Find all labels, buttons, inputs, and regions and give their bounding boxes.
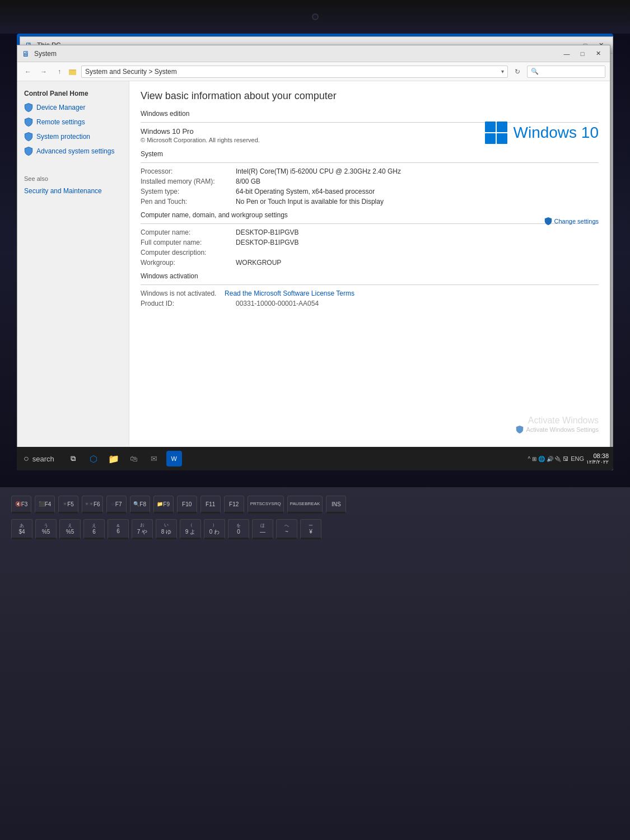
edge-browser-icon[interactable]: ⬡ — [86, 451, 101, 466]
key-ins[interactable]: INS — [326, 496, 346, 514]
app-icon-blue[interactable]: W — [166, 451, 182, 466]
close-button[interactable]: ✕ — [591, 48, 605, 59]
processor-value: Intel(R) Core(TM) i5-6200U CPU @ 2.30GHz… — [236, 167, 599, 175]
sidebar-item-system-protection[interactable]: System protection — [17, 129, 129, 144]
control-panel-home[interactable]: Control Panel Home — [17, 87, 129, 100]
minimize-button[interactable]: — — [559, 48, 574, 59]
logo-quad-bl — [485, 133, 496, 144]
forward-button[interactable]: → — [38, 66, 50, 78]
taskbar-search-text: search — [32, 455, 54, 463]
content-area: Control Panel Home Device Manager — [17, 81, 610, 467]
key-f8[interactable]: 🔍F8 — [130, 496, 150, 514]
back-button[interactable]: ← — [22, 66, 34, 78]
key-7[interactable]: い8 ゆ — [156, 519, 177, 539]
key-f12[interactable]: F12 — [224, 496, 244, 514]
system-window: 🖥 System — □ ✕ ← → ↑ — [17, 45, 610, 468]
workgroup-value: WORKGROUP — [236, 259, 599, 267]
system-type-value: 64-bit Operating System, x64-based proce… — [236, 188, 599, 195]
device-manager-label: Device Manager — [36, 104, 85, 111]
windows-edition-section: Windows edition Windows 10 — [141, 110, 599, 143]
task-view-button[interactable]: ⧉ — [66, 451, 81, 466]
activate-windows-sub: Activate Windows Settings — [516, 426, 599, 433]
sidebar-item-security-maintenance[interactable]: Security and Maintenance — [17, 184, 129, 198]
full-computer-name-row: Full computer name: DESKTOP-B1IPGVB — [141, 239, 599, 246]
change-settings-link[interactable]: Change settings — [544, 217, 599, 225]
search-icon: 🔍 — [531, 68, 539, 75]
screen-frame — [0, 0, 630, 34]
up-button[interactable]: ↑ — [53, 66, 66, 78]
computer-name-section: Computer name, domain, and workgroup set… — [141, 211, 599, 267]
sidebar-item-advanced-settings[interactable]: Advanced system settings — [17, 144, 129, 158]
time-display: 08:38 — [586, 452, 609, 459]
key-4[interactable]: え6 — [83, 519, 105, 539]
svg-rect-1 — [69, 71, 76, 75]
computer-name-label: Computer name: — [141, 228, 236, 236]
key-f9[interactable]: 📁F9 — [153, 496, 174, 514]
key-f3[interactable]: 🔇F3 — [11, 496, 31, 514]
shield-icon-device — [24, 103, 33, 112]
key-0[interactable]: を0 — [228, 519, 249, 539]
change-settings-text: Change settings — [554, 218, 599, 225]
see-also-header: See also — [17, 170, 129, 184]
sidebar-item-remote-settings[interactable]: Remote settings — [17, 115, 129, 129]
key-minus[interactable]: ほ— — [252, 519, 273, 539]
key-yen[interactable]: ー¥ — [300, 519, 321, 539]
pen-touch-value: No Pen or Touch Input is available for t… — [236, 198, 599, 206]
key-3[interactable]: え%5 — [59, 519, 81, 539]
search-box[interactable]: 🔍 — [527, 66, 605, 78]
maximize-button[interactable]: □ — [575, 48, 590, 59]
taskbar-search[interactable]: ○ search — [17, 454, 61, 464]
number-key-row: あ$4 う%5 え%5 え6 &6 お7 や い8 ゆ （9 よ ）0 わ を0… — [0, 519, 630, 539]
key-equal[interactable]: へ~ — [276, 519, 297, 539]
key-5[interactable]: &6 — [108, 519, 129, 539]
key-pause[interactable]: PAUSEBREAK — [287, 496, 323, 514]
key-prtsc[interactable]: PRTSCSYSRQ — [248, 496, 284, 514]
key-2[interactable]: う%5 — [35, 519, 57, 539]
path-text: System and Security > System — [85, 68, 177, 76]
computer-name-value: DESKTOP-B1IPGVB — [236, 228, 599, 236]
key-f7[interactable]: ☆F7 — [106, 496, 127, 514]
system-section: System Processor: Intel(R) Core(TM) i5-6… — [141, 150, 599, 206]
key-f6[interactable]: ☀☀F6 — [82, 496, 103, 514]
mail-icon[interactable]: ✉ — [146, 451, 162, 466]
logo-quad-br — [497, 133, 507, 144]
processor-label: Processor: — [141, 167, 236, 175]
activation-link[interactable]: Read the Microsoft Software License Term… — [225, 290, 354, 297]
address-bar: ← → ↑ System and Security > System ▾ ↻ — [17, 62, 610, 81]
windows10-brand: Windows 10 — [485, 122, 599, 144]
key-f4[interactable]: ⬛F4 — [35, 496, 55, 514]
search-circle-icon: ○ — [24, 454, 29, 464]
store-icon[interactable]: 🛍 — [126, 451, 142, 466]
computer-desc-value — [236, 249, 599, 256]
processor-row: Processor: Intel(R) Core(TM) i5-6200U CP… — [141, 167, 599, 175]
system-window-icon: 🖥 — [22, 49, 31, 58]
key-f11[interactable]: F11 — [200, 496, 221, 514]
refresh-button[interactable]: ↻ — [511, 66, 524, 78]
activate-shield-icon — [516, 426, 524, 433]
key-f10[interactable]: F10 — [177, 496, 197, 514]
address-path[interactable]: System and Security > System ▾ — [81, 66, 508, 78]
shield-icon-advanced — [24, 147, 33, 156]
taskbar-right: ^ ⊞ 🌐 🔊 🔌 🖫 ENG 08:38 ١٢/٣/٢٠٢٢ — [524, 452, 613, 465]
file-explorer-icon[interactable]: 📁 — [106, 451, 122, 466]
system-divider — [141, 162, 599, 163]
change-settings-shield-icon — [544, 217, 552, 225]
remote-settings-label: Remote settings — [36, 118, 85, 126]
date-display: ١٢/٣/٢٠٢٢ — [586, 459, 609, 465]
sidebar-item-device-manager[interactable]: Device Manager — [17, 100, 129, 115]
key-8[interactable]: （9 よ — [180, 519, 201, 539]
ram-label: Installed memory (RAM): — [141, 178, 236, 185]
key-6[interactable]: お7 や — [132, 519, 153, 539]
activation-section: Windows activation Windows is not activa… — [141, 272, 599, 307]
key-1[interactable]: あ$4 — [11, 519, 32, 539]
full-computer-name-label: Full computer name: — [141, 239, 236, 246]
windows-logo — [485, 122, 507, 144]
key-f5[interactable]: ☀F5 — [58, 496, 78, 514]
key-9[interactable]: ）0 わ — [204, 519, 225, 539]
pen-touch-row: Pen and Touch: No Pen or Touch Input is … — [141, 198, 599, 206]
computer-section-header: Computer name, domain, and workgroup set… — [141, 211, 599, 219]
full-computer-name-value: DESKTOP-B1IPGVB — [236, 239, 599, 246]
path-dropdown-icon[interactable]: ▾ — [501, 68, 504, 74]
ram-row: Installed memory (RAM): 8/00 GB — [141, 178, 599, 185]
security-maintenance-label: Security and Maintenance — [24, 187, 102, 195]
